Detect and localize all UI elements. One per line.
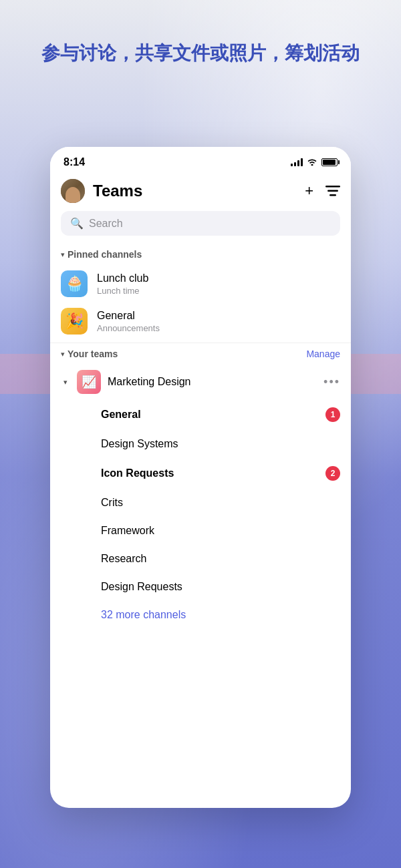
more-channels-text[interactable]: 32 more channels <box>101 609 186 620</box>
channel-design-requests[interactable]: Design Requests <box>50 573 351 601</box>
general-name: General <box>97 309 340 322</box>
channel-general-badge: 1 <box>325 407 340 422</box>
wifi-icon <box>307 158 317 168</box>
pinned-chevron-icon: ▾ <box>61 250 65 259</box>
manage-button[interactable]: Manage <box>306 349 340 359</box>
channel-icon-requests[interactable]: Icon Requests 2 <box>50 458 351 489</box>
pinned-channel-lunch[interactable]: 🧁 Lunch club Lunch time <box>50 265 351 302</box>
channel-crits[interactable]: Crits <box>50 489 351 517</box>
teams-chevron-icon: ▾ <box>61 350 65 359</box>
team-expand-icon: ▾ <box>61 378 70 387</box>
pinned-channels-label: Pinned channels <box>68 249 142 260</box>
marketing-design-icon: 📈 <box>77 370 101 394</box>
more-channels-link[interactable]: 32 more channels <box>50 601 351 629</box>
svg-rect-0 <box>325 186 340 188</box>
status-bar: 8:14 <box>50 147 351 174</box>
page-header: 参与讨论，共享文件或照片，筹划活动 <box>0 40 401 66</box>
channel-framework[interactable]: Framework <box>50 517 351 545</box>
pinned-channels-section-header: ▾ Pinned channels <box>50 246 351 265</box>
svg-rect-2 <box>329 194 336 196</box>
channel-design-requests-name: Design Requests <box>101 581 340 593</box>
team-more-button[interactable]: ••• <box>323 375 340 389</box>
pinned-channel-general[interactable]: 🎉 General Announcements <box>50 302 351 340</box>
app-header: Teams + <box>50 174 351 211</box>
divider <box>50 343 351 343</box>
search-input[interactable]: Search <box>89 218 123 230</box>
avatar[interactable] <box>61 179 85 203</box>
header-actions: + <box>305 182 340 200</box>
lunch-club-info: Lunch club Lunch time <box>97 272 340 296</box>
your-teams-section-header: ▾ Your teams Manage <box>50 346 351 365</box>
status-time: 8:14 <box>63 156 85 168</box>
channel-design-systems-name: Design Systems <box>101 438 340 450</box>
channel-framework-name: Framework <box>101 525 340 537</box>
general-info: General Announcements <box>97 309 340 333</box>
team-marketing-design[interactable]: ▾ 📈 Marketing Design ••• <box>50 365 351 399</box>
svg-rect-1 <box>327 190 338 192</box>
search-bar[interactable]: 🔍 Search <box>61 211 340 236</box>
phone-frame: 8:14 Teams + <box>50 147 351 808</box>
channel-research[interactable]: Research <box>50 545 351 573</box>
channel-general-name: General <box>101 409 325 421</box>
search-icon: 🔍 <box>70 217 84 230</box>
lunch-club-subtitle: Lunch time <box>97 286 340 296</box>
status-icons <box>291 158 338 168</box>
lunch-club-icon: 🧁 <box>61 270 88 297</box>
add-button[interactable]: + <box>305 182 313 200</box>
header-title: 参与讨论，共享文件或照片，筹划活动 <box>27 40 374 66</box>
signal-icon <box>291 158 303 166</box>
channel-research-name: Research <box>101 553 340 565</box>
general-subtitle: Announcements <box>97 323 340 333</box>
channel-design-systems[interactable]: Design Systems <box>50 430 351 458</box>
app-title: Teams <box>93 182 305 200</box>
channel-icon-requests-badge: 2 <box>325 466 340 481</box>
channel-icon-requests-name: Icon Requests <box>101 467 325 479</box>
channel-crits-name: Crits <box>101 497 340 509</box>
your-teams-label: Your teams <box>68 349 118 359</box>
marketing-design-name: Marketing Design <box>108 376 317 388</box>
lunch-club-name: Lunch club <box>97 272 340 284</box>
general-icon: 🎉 <box>61 308 88 335</box>
channel-general[interactable]: General 1 <box>50 399 351 430</box>
filter-button[interactable] <box>325 186 340 196</box>
battery-icon <box>321 158 338 166</box>
